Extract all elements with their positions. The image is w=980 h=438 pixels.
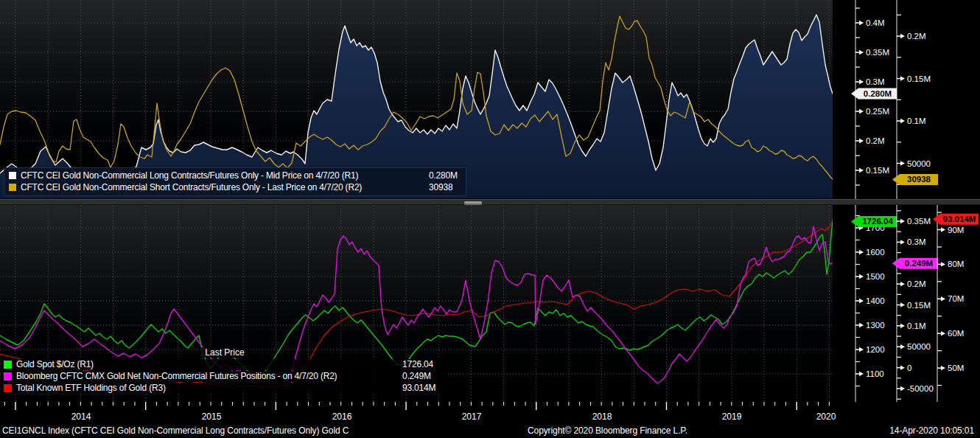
year-label-2017: 2017 [462,411,482,422]
year-label-2020: 2020 [816,411,836,422]
panel-separator [0,199,980,205]
legend-row-short-contracts[interactable]: CFTC CEI Gold Non-Commercial Short Contr… [9,181,461,193]
legend-label: CFTC CEI Gold Non-Commercial Long Contra… [21,170,429,181]
year-label-2018: 2018 [592,411,612,422]
status-bar: CEI1GNCL Index (CFTC CEI Gold Non-Commer… [0,425,980,438]
legend-label: Bloomberg CFTC CMX Gold Net Non-Commerci… [16,371,402,382]
year-label-2016: 2016 [332,411,352,422]
svg-text:1300: 1300 [866,321,885,330]
svg-text:0.2M: 0.2M [907,279,926,288]
svg-text:1500: 1500 [866,272,885,281]
legend-row-net-positions[interactable]: Bloomberg CFTC CMX Gold Net Non-Commerci… [4,371,446,382]
svg-text:50000: 50000 [907,342,931,351]
svg-text:30938: 30938 [907,175,931,184]
svg-text:0.15M: 0.15M [907,74,931,83]
svg-text:0.2M: 0.2M [907,32,926,41]
legend-value: 93.014M [402,383,446,394]
legend-row-etf-holdings[interactable]: Total Known ETF Holdings of Gold (R3) 93… [4,383,446,394]
top-panel-legend: CFTC CEI Gold Non-Commercial Long Contra… [4,167,466,196]
short-contracts-swatch [9,184,16,191]
svg-text:-50000: -50000 [907,384,934,393]
legend-value: 30938 [429,181,461,193]
bottom-panel-legend: Last Price Gold Spot $/Oz (R1) 1726.04 B… [4,347,446,394]
svg-text:0.3M: 0.3M [866,77,885,86]
gold-spot-swatch [4,361,12,369]
svg-text:1600: 1600 [866,248,885,257]
year-label-2014: 2014 [71,411,91,422]
y-axis-top-R1: 0.4M0.35M0.3M0.25M0.2M0.15M0.280M [851,0,897,199]
year-label-2019: 2019 [722,411,742,422]
svg-text:1726.04: 1726.04 [862,217,893,226]
svg-text:0.35M: 0.35M [866,48,889,57]
x-axis-year-labels: 2014201520162017201820192020 [0,411,980,423]
last-price-title: Last Price [4,347,446,358]
svg-text:50M: 50M [948,364,964,372]
etf-holdings-swatch [4,384,12,392]
legend-row-long-contracts[interactable]: CFTC CEI Gold Non-Commercial Long Contra… [9,170,461,181]
svg-text:0.4M: 0.4M [866,18,885,27]
svg-text:0.35M: 0.35M [907,217,931,226]
y-axis-bottom-R1: 17001600150014001300120011001726.04 [851,205,897,402]
bloomberg-chart-screen: 0.4M0.35M0.3M0.25M0.2M0.15M0.280M0.2M0.1… [0,0,980,438]
legend-value: 1726.04 [402,359,446,370]
legend-label: CFTC CEI Gold Non-Commercial Short Contr… [21,181,429,193]
y-axis-bottom-R3: 90M80M70M60M50M93.014M [933,205,979,402]
security-description: CEI1GNCL Index (CFTC CEI Gold Non-Commer… [2,425,349,436]
copyright-text: Copyright© 2020 Bloomberg Finance L.P. [528,425,687,436]
svg-text:90M: 90M [948,226,964,234]
long-contracts-swatch [9,172,16,179]
status-datetime: 14-Apr-2020 10:05:01 [889,425,974,436]
svg-text:0.1M: 0.1M [907,117,926,125]
svg-text:0.25M: 0.25M [866,107,889,116]
svg-text:0.15M: 0.15M [866,166,889,175]
legend-row-gold-spot[interactable]: Gold Spot $/Oz (R1) 1726.04 [4,359,446,370]
svg-text:1400: 1400 [866,296,885,305]
svg-text:80M: 80M [948,260,964,268]
svg-text:70M: 70M [948,294,964,303]
svg-text:50000: 50000 [907,159,931,168]
svg-text:60M: 60M [948,329,964,338]
svg-text:0.1M: 0.1M [907,321,926,330]
svg-text:1200: 1200 [866,345,885,354]
x-axis-tick-strip [4,402,829,410]
svg-text:0.249M: 0.249M [905,259,933,268]
svg-text:93.014M: 93.014M [943,215,976,223]
y-axis-bottom-R2: 0.35M0.3M0.2M0.15M0.1M500000-500000.249M [892,205,938,402]
svg-text:1100: 1100 [866,369,884,378]
svg-text:0: 0 [907,364,911,372]
legend-label: Gold Spot $/Oz (R1) [16,359,402,370]
legend-value: 0.280M [429,170,461,181]
net-positions-swatch [4,372,12,380]
legend-label: Total Known ETF Holdings of Gold (R3) [16,383,402,394]
y-axis-top-R2: 0.2M0.15M0.1M5000030938 [892,0,938,199]
svg-text:0.280M: 0.280M [864,89,892,98]
svg-text:0.2M: 0.2M [866,136,885,145]
svg-text:0.15M: 0.15M [907,301,931,310]
panel-resize-handle[interactable] [464,201,482,204]
svg-text:0.3M: 0.3M [907,237,926,246]
year-label-2015: 2015 [202,411,222,422]
legend-value: 0.249M [402,371,446,382]
